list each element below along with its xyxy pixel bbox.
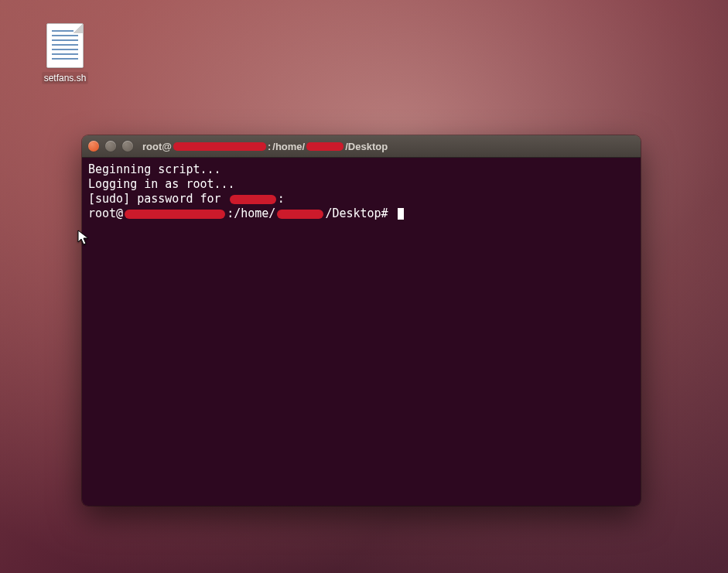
terminal-text: Logging in as root... [88,177,235,192]
window-buttons [88,141,133,152]
terminal-text: Beginning script... [88,162,221,177]
title-path-home: /home/ [272,141,305,152]
title-user: root@ [142,141,172,152]
terminal-text: :/home/ [227,206,275,221]
desktop-file-label: setfans.sh [42,72,89,84]
terminal-line: Beginning script... [88,162,634,177]
minimize-button[interactable] [105,141,116,152]
terminal-line: root@ :/home/ /Desktop# [88,206,634,221]
desktop-file-icon[interactable]: setfans.sh [38,23,92,84]
close-button[interactable] [88,141,99,152]
redacted-user [306,142,343,151]
terminal-window[interactable]: root@ : /home/ /Desktop Beginning script… [82,135,641,506]
maximize-button[interactable] [122,141,133,152]
terminal-line: Logging in as root... [88,177,634,192]
terminal-line: [sudo] password for : [88,192,634,206]
document-icon [46,23,84,68]
terminal-cursor [398,208,404,220]
redacted-user [230,195,276,204]
terminal-text: /Desktop# [325,206,395,221]
terminal-text: [sudo] password for [88,192,228,206]
redacted-user [277,210,323,219]
title-colon: : [268,141,271,152]
terminal-body[interactable]: Beginning script... Logging in as root..… [82,158,641,506]
title-path-desktop: /Desktop [345,141,388,152]
terminal-text: root@ [88,206,123,221]
redacted-host [173,142,266,151]
redacted-host [125,210,225,219]
window-title: root@ : /home/ /Desktop [142,141,388,152]
terminal-text: : [278,192,285,206]
window-titlebar[interactable]: root@ : /home/ /Desktop [82,135,641,158]
